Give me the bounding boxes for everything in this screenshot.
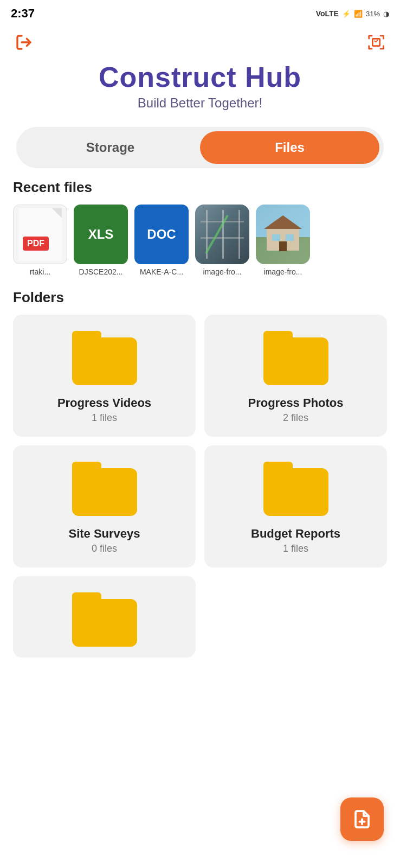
doc-icon: DOC: [134, 205, 189, 264]
folder-count-budget-reports: 1 files: [283, 543, 308, 554]
ar-scan-button[interactable]: [365, 31, 387, 53]
file-name-img1: image-fro...: [203, 267, 242, 276]
add-file-icon: [352, 809, 372, 829]
svg-rect-6: [201, 237, 244, 239]
battery-icon: ◑: [383, 10, 389, 18]
file-name-xls: DJSCE202...: [79, 267, 123, 276]
app-title: Construct Hub: [11, 61, 389, 93]
app-subtitle: Build Better Together!: [11, 95, 389, 111]
file-name-doc: MAKE-A-C...: [140, 267, 183, 276]
folder-count-progress-photos: 2 files: [283, 412, 308, 424]
folder-icon-partial: [72, 592, 137, 647]
folder-name-budget-reports: Budget Reports: [251, 527, 340, 541]
svg-rect-5: [201, 221, 244, 222]
folder-icon-site-surveys: [72, 462, 137, 516]
img2-icon: [256, 205, 310, 264]
svg-rect-12: [272, 234, 280, 241]
signal-icon: 📶: [354, 10, 363, 18]
status-time: 2:37: [11, 7, 35, 21]
xls-icon: XLS: [74, 205, 128, 264]
logout-button[interactable]: [13, 31, 35, 53]
folders-title: Folders: [13, 289, 387, 306]
folder-name-progress-photos: Progress Photos: [248, 396, 343, 410]
folder-icon-progress-photos: [263, 331, 328, 385]
folder-progress-videos[interactable]: Progress Videos 1 files: [13, 315, 196, 437]
svg-rect-13: [286, 234, 294, 241]
xls-label: XLS: [88, 227, 114, 242]
recent-files-section: Recent files PDF rtaki... XLS DJSCE202..…: [0, 179, 400, 280]
folder-name-progress-videos: Progress Videos: [57, 396, 151, 410]
volte-icon: VoLTE: [316, 9, 339, 18]
status-bar: 2:37 VoLTE ⚡ 📶 31% ◑: [0, 0, 400, 27]
battery-text: 31%: [366, 10, 380, 18]
svg-rect-14: [279, 241, 287, 251]
folder-budget-reports[interactable]: Budget Reports 1 files: [204, 445, 387, 567]
file-item-xls[interactable]: XLS DJSCE202...: [74, 205, 128, 276]
recent-files-title: Recent files: [13, 179, 387, 196]
folders-partial: [0, 576, 400, 658]
folders-grid: Progress Videos 1 files Progress Photos …: [0, 315, 400, 567]
folder-site-surveys[interactable]: Site Surveys 0 files: [13, 445, 196, 567]
folder-icon-progress-videos: [72, 331, 137, 385]
folder-name-site-surveys: Site Surveys: [68, 527, 140, 541]
app-header: Construct Hub Build Better Together!: [0, 55, 400, 122]
doc-label: DOC: [147, 227, 176, 242]
file-item-img1[interactable]: image-fro...: [195, 205, 249, 276]
top-nav: [0, 27, 400, 55]
svg-rect-4: [238, 210, 240, 259]
folder-partial-empty: [204, 576, 387, 658]
file-name-pdf: rtaki...: [30, 267, 50, 276]
svg-rect-3: [222, 210, 224, 259]
file-item-doc[interactable]: DOC MAKE-A-C...: [134, 205, 189, 276]
img1-icon: [195, 205, 249, 264]
status-icons: VoLTE ⚡ 📶 31% ◑: [316, 9, 389, 18]
files-tab[interactable]: Files: [200, 131, 379, 164]
folders-section-title: Folders: [0, 289, 400, 306]
add-file-button[interactable]: [340, 797, 384, 841]
file-name-img2: image-fro...: [264, 267, 302, 276]
folder-count-progress-videos: 1 files: [92, 412, 117, 424]
file-item-img2[interactable]: image-fro...: [256, 205, 310, 276]
pdf-icon: PDF: [13, 205, 67, 264]
folder-count-site-surveys: 0 files: [92, 543, 117, 554]
tab-switcher: Storage Files: [16, 127, 384, 168]
pdf-badge: PDF: [23, 237, 49, 251]
storage-tab[interactable]: Storage: [21, 131, 200, 164]
file-item-pdf[interactable]: PDF rtaki...: [13, 205, 67, 276]
folder-icon-budget-reports: [263, 462, 328, 516]
folder-partial-left[interactable]: [13, 576, 196, 658]
bluetooth-icon: ⚡: [342, 10, 351, 18]
folder-progress-photos[interactable]: Progress Photos 2 files: [204, 315, 387, 437]
recent-files-list: PDF rtaki... XLS DJSCE202... DOC MAKE-A-…: [13, 205, 387, 280]
